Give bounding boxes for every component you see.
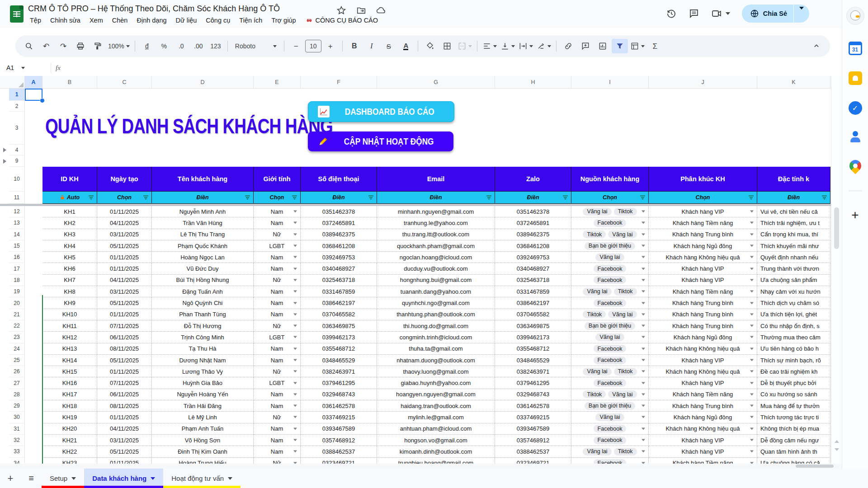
cell-row31-colF[interactable]: 0393467589 <box>301 423 377 435</box>
vertical-scrollbar[interactable] <box>831 76 842 464</box>
insert-link-button[interactable] <box>560 39 576 53</box>
cell-row34-colG[interactable]: trunghieu.hoang@gmail.com <box>377 458 495 464</box>
increase-font-size-button[interactable]: + <box>322 39 339 53</box>
cell-row30-colE[interactable]: Nữ <box>254 412 301 423</box>
source-chip[interactable]: Facebook <box>594 265 627 272</box>
dropdown-caret-icon[interactable] <box>642 267 645 270</box>
cell-row32-colC[interactable]: 03/11/2025 <box>97 435 152 446</box>
cell-row32-colI[interactable]: Facebook <box>571 435 649 446</box>
cell-row17-colF[interactable]: 0340468927 <box>301 263 377 274</box>
redo-button[interactable]: ↷ <box>55 39 71 53</box>
cell-row25-colC[interactable]: 05/11/2025 <box>97 355 152 366</box>
dropdown-caret-icon[interactable] <box>642 233 645 235</box>
cell-row30-colJ[interactable]: Khách hàng Ngủ đông <box>649 412 757 423</box>
cell-colA[interactable] <box>25 286 42 297</box>
cell-row22-colB[interactable]: KH11 <box>42 320 97 332</box>
cell-colA[interactable] <box>25 167 42 192</box>
cell-row25-colE[interactable]: Nam <box>254 355 301 366</box>
cell-row25-colF[interactable]: 0348465529 <box>301 355 377 366</box>
calendar-icon[interactable]: 31 <box>849 42 862 55</box>
share-caret-icon[interactable] <box>794 9 809 18</box>
cell-row17-colK[interactable]: Trung thành với thươn <box>757 263 830 274</box>
cell-row31-colI[interactable]: Facebook <box>571 423 649 435</box>
dropdown-caret-icon[interactable] <box>642 245 645 247</box>
cell-row13-colJ[interactable]: Khách hàng Tiềm năng <box>649 217 757 229</box>
cell-row26-colE[interactable]: Nữ <box>254 366 301 377</box>
source-chip[interactable]: Facebook <box>594 459 627 464</box>
cell-row32-colF[interactable]: 0357468912 <box>301 435 377 446</box>
horizontal-scrollbar-thumb[interactable] <box>796 465 834 468</box>
dropdown-caret-icon[interactable] <box>642 439 645 441</box>
cell-row31-colD[interactable]: Phạm Anh Tuấn <box>152 423 254 435</box>
cell-row25-colK[interactable]: Thích sự minh bạch, rõ <box>757 355 830 366</box>
dropdown-caret-icon[interactable] <box>750 313 754 315</box>
cell-row33-colF[interactable]: 0388462537 <box>301 446 377 457</box>
cell-row24-colB[interactable]: KH13 <box>42 343 97 355</box>
cell-row12-colE[interactable]: Nam <box>254 206 301 217</box>
dropdown-caret-icon[interactable] <box>293 279 297 281</box>
cell-row26-colI[interactable]: Vãng laiTiktok <box>571 366 649 377</box>
dropdown-caret-icon[interactable] <box>750 439 754 441</box>
cell-row26-colH[interactable]: 0382463971 <box>495 366 571 377</box>
filter-button[interactable] <box>612 39 628 53</box>
column-header-J[interactable]: J <box>649 76 757 88</box>
cell-row22-colF[interactable]: 0363469875 <box>301 320 377 332</box>
menu-item-dữ-liệu[interactable]: Dữ liệu <box>172 15 201 25</box>
menu-item-chỉnh-sửa[interactable]: Chỉnh sửa <box>47 15 84 25</box>
source-chip[interactable]: Vãng lai <box>583 368 611 375</box>
share-button[interactable]: Chia Sẻ <box>742 5 809 23</box>
cell-row15-colH[interactable]: 0368461208 <box>495 240 571 252</box>
column-header-G[interactable]: G <box>377 76 495 88</box>
source-chip[interactable]: Vãng lai <box>608 310 637 318</box>
source-chip[interactable]: Vãng lai <box>583 288 611 296</box>
cell-row29-colJ[interactable]: Khách hàng Trung bình <box>649 400 757 412</box>
cell-row25-colG[interactable]: nhatnam.duong@outlook.com <box>377 355 495 366</box>
filter-funnel-icon[interactable] <box>245 196 250 200</box>
row-header-32[interactable]: 32 <box>9 435 25 446</box>
cell-colA[interactable] <box>25 263 42 274</box>
cell-colA[interactable] <box>25 332 42 343</box>
dropdown-caret-icon[interactable] <box>642 427 645 430</box>
decrease-font-size-button[interactable]: − <box>288 39 304 53</box>
cell-row14-colI[interactable]: TiktokVãng lai <box>571 229 649 240</box>
dropdown-caret-icon[interactable] <box>642 450 645 453</box>
cell-row29-colI[interactable]: Bạn bè giới thiệu <box>571 400 649 412</box>
source-chip[interactable]: Vãng lai <box>583 448 611 455</box>
keep-icon[interactable] <box>849 71 862 85</box>
cell-row14-colK[interactable]: Cẩn trọng khi mua, thí <box>757 229 830 240</box>
cell-row33-colB[interactable]: KH22 <box>42 446 97 457</box>
cell-row31-colE[interactable]: Nam <box>254 423 301 435</box>
dropdown-caret-icon[interactable] <box>293 245 297 247</box>
cell-row18-colK[interactable]: Ưa chuộng sản phẩm <box>757 275 830 286</box>
cell-row14-colH[interactable]: 0389462375 <box>495 229 571 240</box>
avatar[interactable] <box>846 7 864 25</box>
cell-row26-colC[interactable]: 01/11/2025 <box>97 366 152 377</box>
table-subheader-5[interactable]: Điền <box>301 192 377 204</box>
cell-row16-colF[interactable]: 0392469753 <box>301 252 377 263</box>
row-header-17[interactable]: 17 <box>9 263 25 274</box>
column-header-E[interactable]: E <box>254 76 301 88</box>
cell-colA[interactable] <box>25 252 42 263</box>
cell-row18-colI[interactable]: Facebook <box>571 275 649 286</box>
source-chip[interactable]: Facebook <box>594 219 627 227</box>
column-header-I[interactable]: I <box>571 76 649 88</box>
cell-row25-colJ[interactable]: Khách hàng VIP <box>649 355 757 366</box>
cell-row18-colG[interactable]: hongnhung.bui@gmail.com <box>377 275 495 286</box>
number-format-button[interactable]: 123 <box>208 39 224 53</box>
filter-funnel-icon[interactable] <box>89 196 94 200</box>
source-chip[interactable]: Tiktok <box>583 230 606 238</box>
frozen-rows-divider[interactable] <box>0 204 831 206</box>
cell-row31-colG[interactable]: anhtuan.pham@icloud.com <box>377 423 495 435</box>
table-header-10[interactable]: Đặc tính k <box>757 167 830 192</box>
table-subheader-3[interactable]: Điền <box>152 192 254 204</box>
row-header-19[interactable]: 19 <box>9 286 25 297</box>
cell-colA[interactable] <box>25 412 42 423</box>
cell-row26-colD[interactable]: Lương Thảo Vy <box>152 366 254 377</box>
column-header-K[interactable]: K <box>757 76 830 88</box>
add-panel-app-icon[interactable]: + <box>851 208 859 222</box>
source-chip[interactable]: Tiktok <box>583 390 606 398</box>
cell-row20-colC[interactable]: 05/11/2025 <box>97 297 152 309</box>
cell-row26-colG[interactable]: thaovy.luong@gmail.com <box>377 366 495 377</box>
cell-row29-colK[interactable]: Mua hàng để tự thưởn <box>757 400 830 412</box>
row-header-13[interactable]: 13 <box>9 217 25 229</box>
